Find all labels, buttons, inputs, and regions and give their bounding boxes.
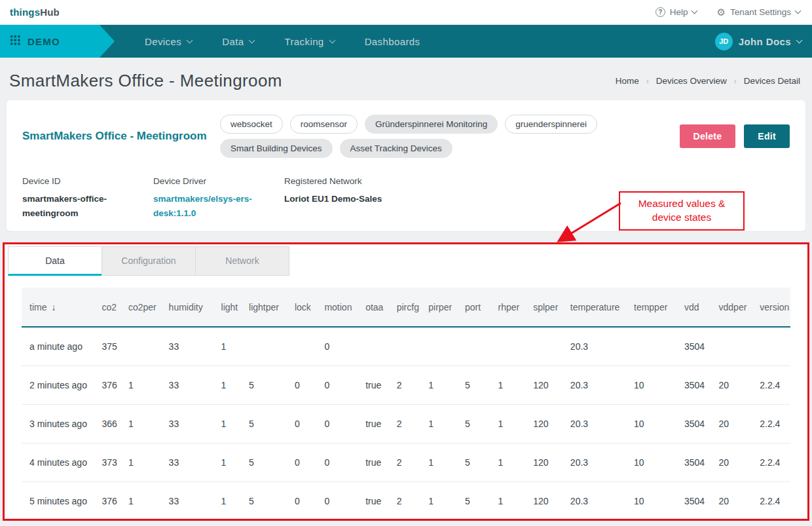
- table-cell: 10: [631, 404, 682, 443]
- table-row[interactable]: a minute ago375331020.33504: [22, 327, 790, 366]
- table-cell: 1: [219, 481, 247, 520]
- table-cell: 2.2.4: [757, 404, 790, 443]
- column-header-co2per[interactable]: co2per: [126, 288, 166, 327]
- table-body: a minute ago375331020.335042 minutes ago…: [22, 327, 790, 520]
- column-header-port[interactable]: port: [462, 288, 496, 327]
- table-cell: 0: [292, 443, 322, 481]
- table-cell: 1: [426, 481, 462, 520]
- device-tags: websocketroomsensorGründerspinnerei Moni…: [220, 115, 663, 158]
- table-row[interactable]: 4 minutes ago3731331500true215112020.310…: [22, 443, 790, 481]
- table-cell: 1: [126, 366, 166, 404]
- chevron-down-icon: [249, 37, 255, 44]
- column-header-co2[interactable]: co2: [99, 288, 125, 327]
- table-cell: 0: [322, 443, 363, 481]
- help-menu[interactable]: ? Help: [655, 7, 697, 17]
- nav-item-tracking[interactable]: Tracking: [284, 36, 334, 47]
- tenant-settings-label: Tenant Settings: [730, 7, 791, 17]
- table-cell: [394, 327, 426, 366]
- table-row[interactable]: 3 minutes ago3661331500true215112020.310…: [22, 404, 790, 443]
- field-label: Device ID: [22, 176, 141, 186]
- breadcrumb-item[interactable]: Devices Overview: [656, 76, 727, 86]
- column-header-rhper[interactable]: rhper: [496, 288, 531, 327]
- table-cell: 1: [126, 404, 166, 443]
- device-field: Device IDsmartmakers-office-meetingroom: [22, 176, 153, 221]
- table-cell: true: [363, 366, 394, 404]
- nav-item-label: Tracking: [284, 36, 323, 47]
- tabs: DataConfigurationNetwork: [5, 244, 807, 276]
- column-header-otaa[interactable]: otaa: [363, 288, 394, 327]
- table-cell: 1: [219, 443, 247, 481]
- column-header-lightper[interactable]: lightper: [246, 288, 292, 327]
- table-cell: 1: [496, 481, 531, 520]
- table-cell: 2: [394, 404, 426, 443]
- column-header-light[interactable]: light: [219, 288, 247, 327]
- table-cell: 375: [99, 327, 125, 366]
- table-cell: 10: [631, 366, 682, 404]
- data-section: DataConfigurationNetwork time↓co2co2perh…: [3, 242, 809, 521]
- table-cell: 366: [99, 404, 125, 443]
- column-header-tempper[interactable]: tempper: [631, 288, 682, 327]
- main-navbar: DEMO DevicesDataTrackingDashboards JD Jo…: [0, 25, 812, 58]
- table-cell: 1: [219, 366, 247, 404]
- column-header-vdd[interactable]: vdd: [682, 288, 716, 327]
- nav-item-dashboards[interactable]: Dashboards: [365, 36, 420, 47]
- table-cell: [426, 327, 462, 366]
- nav-item-label: Data: [222, 36, 244, 47]
- user-name: John Docs: [739, 36, 791, 47]
- table-cell: 20.3: [568, 443, 631, 481]
- nav-items: DevicesDataTrackingDashboards: [145, 36, 420, 47]
- field-value-link[interactable]: smartmakers/elsys-ers-desk:1.1.0: [153, 192, 263, 221]
- table-cell: [462, 327, 496, 366]
- breadcrumb-separator: ›: [734, 77, 737, 86]
- annotation-line-2: device states: [623, 211, 741, 225]
- table-row[interactable]: 2 minutes ago3761331500true215112020.310…: [22, 366, 790, 404]
- table-cell: 20: [716, 481, 758, 520]
- table-cell: 5: [246, 404, 292, 443]
- logo-hub: Hub: [40, 7, 60, 18]
- table-cell: 20.3: [568, 366, 631, 404]
- nav-item-data[interactable]: Data: [222, 36, 254, 47]
- delete-button[interactable]: Delete: [680, 124, 736, 148]
- tab-configuration[interactable]: Configuration: [101, 246, 196, 276]
- tenant-settings-menu[interactable]: ⚙ Tenant Settings: [716, 7, 800, 17]
- workspace-switcher[interactable]: DEMO: [0, 25, 100, 58]
- column-header-vddper[interactable]: vddper: [716, 288, 758, 327]
- table-cell: 3504: [682, 481, 716, 520]
- nav-item-label: Devices: [145, 36, 181, 47]
- tab-data[interactable]: Data: [8, 246, 102, 276]
- column-header-version[interactable]: version: [757, 288, 790, 327]
- table-cell: 3504: [682, 366, 716, 404]
- table-cell: 20.3: [568, 404, 631, 443]
- edit-button[interactable]: Edit: [744, 124, 790, 148]
- table-cell: 3 minutes ago: [22, 404, 99, 443]
- page-content: SmartMakers Office - Meetingroom Home›De…: [0, 58, 812, 521]
- table-cell: [530, 327, 568, 366]
- table-cell: 0: [322, 481, 363, 520]
- table-cell: 1: [496, 366, 531, 404]
- column-header-pirper[interactable]: pirper: [426, 288, 462, 327]
- column-header-time[interactable]: time↓: [22, 288, 99, 327]
- column-header-splper[interactable]: splper: [530, 288, 568, 327]
- column-header-pircfg[interactable]: pircfg: [394, 288, 426, 327]
- table-cell: 3504: [682, 404, 716, 443]
- table-cell: 2.2.4: [757, 443, 790, 481]
- table-cell: 33: [166, 327, 219, 366]
- table-cell: 1: [426, 443, 462, 481]
- table-cell: 2: [394, 366, 426, 404]
- tab-network[interactable]: Network: [195, 246, 289, 276]
- user-menu[interactable]: JD John Docs: [715, 33, 802, 50]
- app-logo[interactable]: thingsHub: [10, 7, 60, 18]
- breadcrumb-separator: ›: [646, 77, 649, 86]
- column-header-lock[interactable]: lock: [292, 288, 322, 327]
- nav-item-devices[interactable]: Devices: [145, 36, 192, 47]
- annotation-line-1: Measured values &: [623, 197, 741, 211]
- table-cell: 20: [716, 443, 758, 481]
- column-header-motion[interactable]: motion: [322, 288, 363, 327]
- breadcrumb-item[interactable]: Devices Detail: [744, 76, 800, 86]
- column-header-temperature[interactable]: temperature: [568, 288, 631, 327]
- sort-desc-icon: ↓: [51, 302, 56, 312]
- column-header-humidity[interactable]: humidity: [166, 288, 219, 327]
- field-label: Device Driver: [153, 176, 272, 186]
- breadcrumb-item[interactable]: Home: [616, 76, 639, 86]
- table-row[interactable]: 5 minutes ago3761331500true215112020.310…: [22, 481, 790, 520]
